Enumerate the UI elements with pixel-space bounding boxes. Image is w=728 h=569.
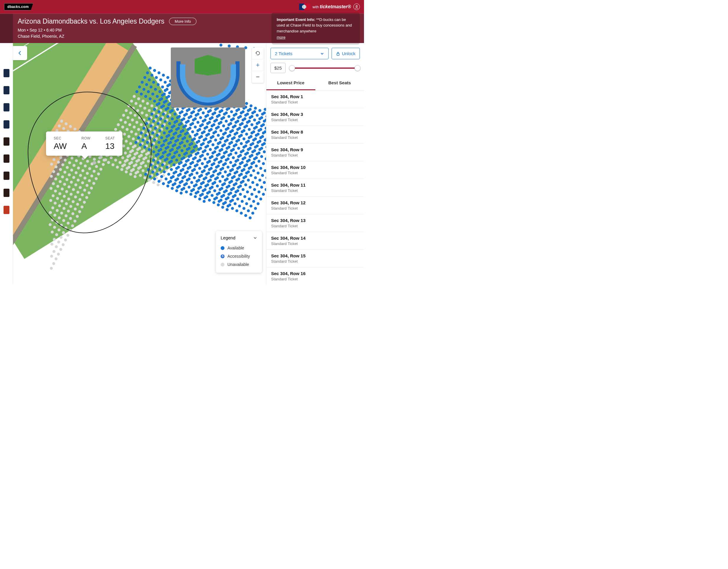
legend-dot-unavailable xyxy=(221,263,224,267)
lock-icon xyxy=(336,52,340,56)
zoom-reset-button[interactable] xyxy=(252,47,264,59)
listing-type: Standard Ticket xyxy=(271,259,359,264)
price-min-display: $25 xyxy=(270,63,286,73)
sort-tabs: Lowest Price Best Seats xyxy=(266,76,364,91)
slider-thumb-max[interactable] xyxy=(355,65,360,71)
listing-type: Standard Ticket xyxy=(271,100,359,104)
slider-thumb-min[interactable] xyxy=(289,65,295,71)
ticket-listings[interactable]: Sec 304, Row 1Standard TicketSec 304, Ro… xyxy=(266,91,364,284)
tab-best-seats[interactable]: Best Seats xyxy=(315,76,364,90)
tooltip-row-value: A xyxy=(81,142,91,151)
listing-location: Sec 304, Row 15 xyxy=(271,253,359,258)
minimap[interactable] xyxy=(171,47,245,108)
left-thumbnail-rail xyxy=(0,43,13,284)
price-slider[interactable] xyxy=(290,65,360,71)
event-title: Arizona Diamondbacks vs. Los Angeles Dod… xyxy=(18,17,164,25)
listing-type: Standard Ticket xyxy=(271,206,359,211)
svg-point-3 xyxy=(356,6,358,7)
ticketmaster-branding: withticketmaster® xyxy=(299,4,360,10)
listing-type: Standard Ticket xyxy=(271,135,359,140)
rail-item[interactable] xyxy=(4,137,9,146)
listing-location: Sec 304, Row 8 xyxy=(271,130,359,135)
event-datetime: Mon • Sep 12 • 6:40 PM xyxy=(18,27,196,33)
rail-item[interactable] xyxy=(4,120,9,129)
rail-item[interactable] xyxy=(4,206,9,214)
rail-item[interactable] xyxy=(4,69,9,77)
ticket-listing-row[interactable]: Sec 304, Row 3Standard Ticket xyxy=(266,108,364,126)
ticket-listing-row[interactable]: Sec 304, Row 16Standard Ticket xyxy=(266,268,364,284)
listing-location: Sec 304, Row 10 xyxy=(271,165,359,170)
legend-dot-available xyxy=(221,246,224,250)
ticket-listing-row[interactable]: Sec 304, Row 9Standard Ticket xyxy=(266,144,364,161)
tooltip-row-label: ROW xyxy=(81,136,91,140)
legend[interactable]: Legend Available ♿Accessibility Unavaila… xyxy=(216,231,262,273)
map-back-button[interactable] xyxy=(13,46,27,60)
listing-type: Standard Ticket xyxy=(271,188,359,193)
ticket-listing-row[interactable]: Sec 304, Row 11Standard Ticket xyxy=(266,179,364,197)
listing-type: Standard Ticket xyxy=(271,277,359,281)
mlb-logo-icon xyxy=(299,4,310,10)
zoom-out-button[interactable]: − xyxy=(252,71,264,83)
listing-location: Sec 304, Row 3 xyxy=(271,112,359,117)
zoom-in-button[interactable]: + xyxy=(252,59,264,71)
listing-location: Sec 304, Row 13 xyxy=(271,218,359,223)
ticket-listing-row[interactable]: Sec 304, Row 12Standard Ticket xyxy=(266,197,364,214)
unlock-button[interactable]: Unlock xyxy=(332,48,360,59)
ticket-listing-row[interactable]: Sec 304, Row 8Standard Ticket xyxy=(266,126,364,144)
rail-item[interactable] xyxy=(4,172,9,180)
tooltip-sec-label: SEC xyxy=(54,136,67,140)
ticket-listing-row[interactable]: Sec 304, Row 13Standard Ticket xyxy=(266,214,364,232)
ticket-listing-row[interactable]: Sec 304, Row 14Standard Ticket xyxy=(266,232,364,250)
listing-type: Standard Ticket xyxy=(271,242,359,246)
tooltip-seat-label: SEAT xyxy=(105,136,115,140)
legend-title: Legend xyxy=(221,235,235,240)
event-thumbnail xyxy=(0,14,13,43)
listing-location: Sec 304, Row 11 xyxy=(271,183,359,188)
seat-map[interactable]: + − SECAW ROWA SEAT13 Legend Available ♿… xyxy=(13,43,266,284)
seat-tooltip: SECAW ROWA SEAT13 xyxy=(46,132,122,156)
legend-available: Available xyxy=(227,246,244,250)
listing-type: Standard Ticket xyxy=(271,153,359,158)
rail-item[interactable] xyxy=(4,155,9,163)
event-venue: Chase Field, Phoenix, AZ xyxy=(18,33,196,40)
svg-rect-4 xyxy=(337,53,339,55)
ticket-quantity-select[interactable]: 2 Tickets xyxy=(270,48,329,59)
listing-location: Sec 304, Row 12 xyxy=(271,200,359,205)
legend-accessibility: Accessibility xyxy=(227,254,250,259)
wheelchair-icon: ♿ xyxy=(221,255,224,258)
chevron-down-icon xyxy=(320,52,324,56)
svg-point-2 xyxy=(302,5,306,9)
chevron-down-icon[interactable] xyxy=(253,236,257,240)
banner-more-link[interactable]: more xyxy=(277,35,286,40)
tooltip-seat-value: 13 xyxy=(105,142,115,151)
tab-lowest-price[interactable]: Lowest Price xyxy=(266,76,315,90)
legend-unavailable: Unavailable xyxy=(227,262,249,267)
rail-item[interactable] xyxy=(4,103,9,112)
event-info-banner[interactable]: Important Event Info: **D-bucks can be u… xyxy=(271,13,360,45)
more-info-button[interactable]: More Info xyxy=(169,18,196,25)
listing-location: Sec 304, Row 14 xyxy=(271,236,359,241)
site-badge[interactable]: dbacks.com xyxy=(4,3,33,10)
ticket-listing-row[interactable]: Sec 304, Row 1Standard Ticket xyxy=(266,91,364,108)
topbar: dbacks.com withticketmaster® xyxy=(0,0,364,14)
listing-type: Standard Ticket xyxy=(271,171,359,175)
sidebar: 2 Tickets Unlock $25 Lowest Price Best S… xyxy=(266,43,364,284)
listing-type: Standard Ticket xyxy=(271,224,359,228)
rail-item[interactable] xyxy=(4,86,9,94)
tooltip-sec-value: AW xyxy=(54,142,67,151)
rail-item[interactable] xyxy=(4,189,9,197)
ticket-listing-row[interactable]: Sec 304, Row 10Standard Ticket xyxy=(266,161,364,179)
listing-location: Sec 304, Row 1 xyxy=(271,94,359,99)
ticket-listing-row[interactable]: Sec 304, Row 15Standard Ticket xyxy=(266,250,364,268)
listing-type: Standard Ticket xyxy=(271,118,359,122)
ticketmaster-label: withticketmaster® xyxy=(313,4,351,9)
listing-location: Sec 304, Row 9 xyxy=(271,147,359,152)
user-account-icon[interactable] xyxy=(353,4,360,10)
event-header: Arizona Diamondbacks vs. Los Angeles Dod… xyxy=(0,14,364,43)
listing-location: Sec 304, Row 16 xyxy=(271,271,359,276)
zoom-controls: + − xyxy=(252,47,264,83)
banner-label: Important Event Info: xyxy=(277,17,315,22)
tooltip-anchor-dot xyxy=(93,161,96,165)
